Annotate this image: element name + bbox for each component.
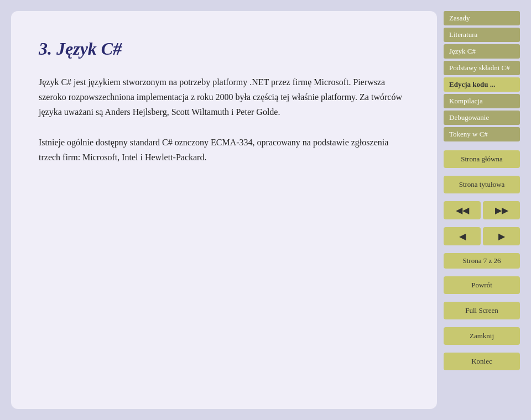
main-card: 3. Język C# Język C# jest językiem stwor… xyxy=(11,11,437,409)
title-page-button[interactable]: Strona tytułowa xyxy=(444,176,520,193)
sidebar-nav-item[interactable]: Kompilacja xyxy=(444,94,520,108)
paragraph-1: Język C# jest językiem stworzonym na pot… xyxy=(39,75,409,120)
paragraph-2: Istnieje ogólnie dostępny standard C# oz… xyxy=(39,135,409,165)
sidebar-nav-item-active[interactable]: Edycja kodu ... xyxy=(444,77,520,92)
prev-button[interactable]: ◀ xyxy=(444,227,481,245)
sidebar-actions: Strona główna Strona tytułowa ◀◀ ▶▶ ◀ ▶ … xyxy=(444,150,520,370)
end-button[interactable]: Koniec xyxy=(444,353,520,370)
main-page-button[interactable]: Strona główna xyxy=(444,150,520,168)
sidebar: Zasady Literatura Język C# Podstawy skła… xyxy=(444,11,520,409)
sidebar-nav-item[interactable]: Język C# xyxy=(444,44,520,59)
content-text: Język C# jest językiem stworzonym na pot… xyxy=(39,75,409,165)
close-button[interactable]: Zamknij xyxy=(444,327,520,345)
sidebar-nav-item[interactable]: Tokeny w C# xyxy=(444,127,520,141)
chapter-title: 3. Język C# xyxy=(39,39,409,59)
sidebar-nav-item[interactable]: Zasady xyxy=(444,11,520,25)
back-button[interactable]: Powrót xyxy=(444,276,520,294)
next-button[interactable]: ▶ xyxy=(483,227,520,245)
sidebar-nav-item[interactable]: Podstawy składni C# xyxy=(444,61,520,75)
sidebar-nav-item[interactable]: Debugowanie xyxy=(444,111,520,125)
fullscreen-button[interactable]: Full Screen xyxy=(444,302,520,319)
forward-button[interactable]: ▶▶ xyxy=(483,201,520,219)
sidebar-nav-item[interactable]: Literatura xyxy=(444,28,520,42)
nav-arrows-fast: ◀◀ ▶▶ xyxy=(444,201,520,219)
page-info: Strona 7 z 26 xyxy=(444,253,520,269)
nav-arrows-step: ◀ ▶ xyxy=(444,227,520,245)
app-container: 3. Język C# Język C# jest językiem stwor… xyxy=(11,11,520,409)
rewind-button[interactable]: ◀◀ xyxy=(444,201,481,219)
